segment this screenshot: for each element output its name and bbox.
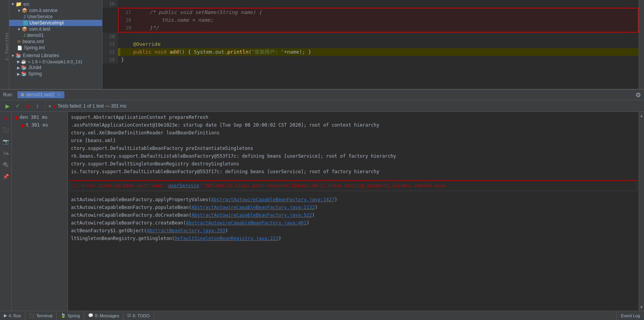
messages-label: 0: Messages (95, 313, 119, 318)
java-test-icon: J (23, 33, 26, 38)
log-line-stack-6: ltSingletonBeanRegistry.getSingleton(Def… (68, 235, 639, 242)
jdk-icon: ☕ (21, 59, 26, 64)
iml-icon: 📄 (17, 45, 23, 50)
test-tree: ● den 301 ms ● t 301 ms (12, 112, 68, 311)
line-content-19: }*/ (134, 24, 159, 32)
scroll-down-arrow[interactable]: ▼ (639, 304, 643, 310)
run-tab-icon: ⚙ (21, 92, 24, 97)
log-line-stack-5: actBeanFactory$1.getObject(AbstractBeanF… (68, 227, 639, 235)
line-num-20: 20 (102, 33, 118, 40)
status-tab-run[interactable]: ▶ 4: Run (0, 311, 25, 320)
left-run-toolbar: ● ⬛ 📷 🐜 🔌 📌 (0, 112, 12, 311)
log-line-1: support.AbstractApplicationContext prepa… (68, 113, 639, 121)
status-bar: ▶ 4: Run ⬛ Terminal 🍃 Spring 💬 0: Messag… (0, 311, 644, 320)
gear-icon[interactable]: ⚙ (635, 91, 641, 99)
terminal-icon: ⬛ (29, 313, 35, 318)
tree-item-com-it-test[interactable]: ▼ 📦 com.it.test (9, 26, 102, 32)
java-icon-userservice: J (23, 14, 26, 19)
tree-item-demo01[interactable]: J demo01 (9, 32, 102, 38)
test-item-t[interactable]: ● t 301 ms (13, 121, 66, 129)
code-editor[interactable]: 16 17 /* public void setName(String name… (102, 0, 639, 89)
run-btn-4[interactable]: 🐜 (1, 148, 10, 158)
tree-item-junit4[interactable]: ▶ 📚 JUnit4 (9, 64, 102, 71)
code-line-16: 16 (102, 0, 639, 8)
tree-label-com-it-test: com.it.test (29, 26, 50, 32)
status-tab-todo[interactable]: ☑ 6: TODO (123, 311, 154, 320)
log-line-3: ctory.xml.XmlBeanDefinitionReader loadBe… (68, 129, 639, 137)
line-num-22: 22 (102, 48, 118, 56)
tree-item-beans-xml[interactable]: ⚙ beans.xml (9, 38, 102, 45)
test-item-den[interactable]: ● den 301 ms (13, 113, 66, 121)
line-content-20 (118, 33, 121, 40)
run-btn-2[interactable]: ⬛ (1, 125, 10, 134)
tree-label-jdk: < 1.8 > D:\Java\jdk1.8.0_131 (28, 59, 83, 64)
code-line-17: 17 /* public void setName(String name) { (119, 9, 638, 16)
link-stack-5[interactable]: AbstractBeanFactory.java:293 (147, 228, 225, 233)
line-num-18: 18 (119, 16, 134, 24)
tree-item-src[interactable]: ▼ 📁 src (9, 1, 102, 7)
folder-icon-src: 📁 (16, 1, 22, 7)
run-tab-close[interactable]: ✕ (57, 92, 61, 97)
link-stack-6[interactable]: DefaultSingletonBeanRegistry.java:223 (175, 236, 278, 241)
spring-status-icon: 🍃 (61, 313, 66, 318)
error-link-userservice[interactable]: userService (168, 183, 199, 188)
tree-item-com-it-service[interactable]: ▼ 📦 com.it.service (9, 7, 102, 14)
log-line-5: ctory.support.DefaultListableBeanFactory… (68, 144, 639, 152)
line-num-16: 16 (102, 0, 118, 8)
file-tree: ▼ 📁 src ▼ 📦 com.it.service J UserService… (9, 0, 102, 89)
run-stop-button[interactable]: ⊗ (23, 102, 32, 110)
tree-item-spring-iml[interactable]: 📄 Spring.iml (9, 45, 102, 51)
run-btn-6[interactable]: 📌 (1, 172, 10, 181)
link-stack-3[interactable]: AbstractAutowireCapableBeanFactory.java:… (192, 212, 312, 218)
event-log-label: Event Log (621, 313, 640, 318)
run-rerun-button[interactable]: ↕ (33, 102, 42, 110)
tree-label-userserviceimpl: UserServiceImpl (29, 20, 64, 26)
line-num-19: 19 (119, 24, 134, 32)
scroll-up-arrow[interactable]: ▲ (639, 113, 643, 118)
status-tab-spring[interactable]: 🍃 Spring (57, 311, 84, 320)
error-dot-t: ● (21, 122, 24, 128)
line-content-25: } (118, 56, 124, 64)
log-line-4: urce [beans.xml] (68, 137, 639, 144)
line-num-21: 21 (102, 40, 118, 48)
tree-item-spring[interactable]: ▶ 📚 Spring (9, 71, 102, 77)
run-chevron-icon: » (48, 103, 51, 109)
run-toolbar: ▶ ✓ ⊗ ↕ » ● Tests failed: 1 of 1 test — … (0, 100, 644, 112)
link-stack-4[interactable]: AbstractAutowireCapableBeanFactory.java:… (186, 220, 306, 226)
todo-label: 6: TODO (133, 313, 150, 318)
log-separator-1 (68, 176, 639, 179)
error-dot-den: ● (15, 114, 18, 120)
package-icon-test: 📦 (22, 26, 28, 32)
run-tab-label: demo01.test2 (26, 92, 54, 97)
run-play-button[interactable]: ▶ (3, 102, 12, 110)
run-btn-5[interactable]: 🔌 (1, 160, 10, 169)
code-line-22: 22 public void add() { System.out.printl… (102, 48, 639, 56)
tree-item-ext-libs[interactable]: ▼ 📚 External Libraries (9, 52, 102, 59)
tree-item-userserviceimpl[interactable]: C UserServiceImpl (9, 20, 102, 26)
run-check-button[interactable]: ✓ (13, 102, 22, 110)
line-content-18: this.name = name; (134, 16, 213, 24)
link-stack-2[interactable]: AbstractAutowireCapableBeanFactory.java:… (192, 205, 315, 210)
link-stack-1[interactable]: AbstractAutowireCapableBeanFactory.java:… (211, 197, 334, 202)
status-tab-terminal[interactable]: ⬛ Terminal (25, 311, 57, 320)
tree-label-userservice: UserService (27, 14, 52, 19)
line-content-22: public void add() { System.out.println("… (120, 48, 311, 56)
run-tab-active[interactable]: ⚙ demo01.test2 ✕ (17, 91, 64, 98)
tree-label-spring: Spring (28, 71, 42, 77)
code-line-25: 25 } (102, 56, 639, 64)
package-icon: 📦 (22, 8, 28, 13)
tree-label-junit4: JUnit4 (28, 65, 42, 70)
run-btn-1[interactable]: ● (1, 113, 10, 123)
favorites-label: 2: Favorites (5, 33, 9, 61)
run-tab-bar: Run: ⚙ demo01.test2 ✕ ⚙ (0, 89, 644, 100)
tree-item-userservice[interactable]: J UserService (9, 14, 102, 20)
event-log-tab[interactable]: Event Log (616, 311, 644, 320)
favorites-bar: 2: Favorites (0, 0, 9, 89)
run-btn-3[interactable]: 📷 (1, 137, 10, 146)
log-output[interactable]: support.AbstractApplicationContext prepa… (68, 112, 639, 311)
tree-item-jdk[interactable]: ▶ ☕ < 1.8 > D:\Java\jdk1.8.0_131 (9, 59, 102, 64)
line-num-25: 25 (102, 56, 118, 64)
log-line-2: .assPathXmlApplicationContext@19e1023e: … (68, 121, 639, 129)
run-tab-status-label: 4: Run (9, 313, 21, 318)
status-tab-messages[interactable]: 💬 0: Messages (84, 311, 123, 320)
